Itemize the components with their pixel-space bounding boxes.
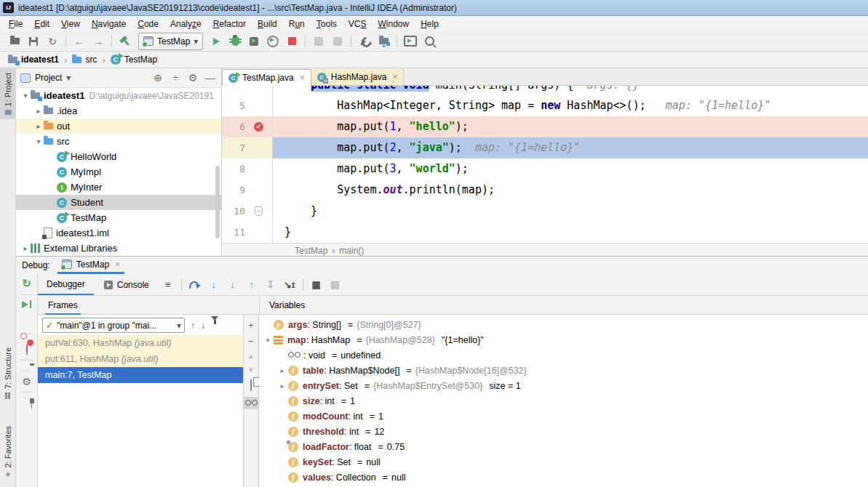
- tree-item-testmap[interactable]: CTestMap: [16, 210, 221, 225]
- frame-row-0[interactable]: putVal:630, HashMap (java.util): [38, 335, 243, 351]
- add-watch-button[interactable]: +: [248, 321, 254, 330]
- debug-session-tab[interactable]: TestMap ×: [57, 257, 124, 274]
- close-icon[interactable]: ×: [115, 259, 120, 270]
- hide-panel-button[interactable]: —: [204, 72, 217, 84]
- editor-gutter[interactable]: 11: [222, 222, 273, 243]
- locate-file-button[interactable]: ⊕: [151, 72, 164, 84]
- code-text[interactable]: HashMap<Integer, String> map = new HashM…: [273, 95, 868, 116]
- step-out-button[interactable]: ↑: [243, 276, 260, 294]
- editor-gutter[interactable]: 7: [222, 137, 273, 158]
- code-text[interactable]: System.out.println(map);: [273, 180, 868, 201]
- tree-item-ideatest1-iml[interactable]: ideatest1.iml: [16, 225, 221, 241]
- menu-run[interactable]: Run: [283, 17, 311, 31]
- menu-refactor[interactable]: Refactor: [207, 17, 252, 31]
- menu-tools[interactable]: Tools: [311, 17, 343, 31]
- project-panel-title[interactable]: Project: [35, 73, 62, 83]
- close-icon[interactable]: ×: [392, 72, 397, 82]
- breakpoint-icon[interactable]: ✓: [254, 122, 263, 132]
- variable-keyset[interactable]: fkeySet: Set=null: [259, 454, 868, 470]
- menu-file[interactable]: File: [3, 17, 28, 31]
- editor-gutter[interactable]: 10−: [222, 201, 273, 222]
- run-anything-button[interactable]: [402, 33, 419, 49]
- force-step-into-button[interactable]: ↓: [224, 276, 242, 294]
- editor-gutter[interactable]: 6✓: [222, 116, 273, 137]
- move-watch-down-button[interactable]: ▼: [248, 366, 255, 374]
- dump-threads-button[interactable]: [329, 33, 346, 49]
- resume-button[interactable]: [22, 300, 31, 308]
- frame-row-2[interactable]: main:7, TestMap: [38, 367, 243, 383]
- drop-frame-button[interactable]: ↧: [262, 276, 279, 294]
- remove-watch-button[interactable]: −: [248, 337, 254, 346]
- build-project-button[interactable]: [116, 33, 134, 49]
- menu-window[interactable]: Window: [372, 17, 415, 31]
- tree-item-ideatest1[interactable]: ▾ideatest1D:\atguigu\javaee\JavaSE20191: [16, 88, 221, 103]
- previous-frame-button[interactable]: ↑: [191, 321, 195, 331]
- tree-item-external-libraries[interactable]: ▸External Libraries: [16, 241, 221, 256]
- breadcrumb-ideatest1[interactable]: ideatest1: [6, 55, 61, 65]
- profile-button[interactable]: [264, 33, 282, 49]
- sidebar-item-favorites[interactable]: 2: Favorites ★: [0, 422, 16, 483]
- variable-return-value[interactable]: : void=undefined: [259, 347, 868, 363]
- menu-edit[interactable]: Edit: [28, 17, 55, 31]
- variables-header[interactable]: Variables: [260, 296, 305, 314]
- clipped-code-line[interactable]: public static void main(String[] args) {…: [222, 86, 868, 95]
- mute-breakpoints-button[interactable]: [26, 345, 28, 355]
- fold-marker-icon[interactable]: −: [255, 206, 263, 216]
- show-watches-button[interactable]: [243, 397, 259, 409]
- menu-help[interactable]: Help: [415, 17, 445, 31]
- step-over-button[interactable]: [186, 276, 204, 294]
- code-text[interactable]: }: [273, 201, 868, 222]
- hide-frames-filter-button[interactable]: [211, 321, 218, 331]
- trace-stream-button[interactable]: ▤: [327, 276, 344, 294]
- editor-gutter[interactable]: [222, 86, 273, 95]
- menu-code[interactable]: Code: [132, 17, 164, 31]
- debug-settings-button[interactable]: ⚙: [22, 377, 31, 387]
- frames-header[interactable]: Frames: [38, 296, 243, 314]
- breadcrumb-class[interactable]: TestMap: [295, 246, 327, 256]
- variable-table[interactable]: ▸ftable: HashMap$Node[]={HashMap$Node[16…: [259, 363, 868, 378]
- layout-menu-button[interactable]: ≡: [159, 276, 177, 294]
- code-text[interactable]: map.put(2, "java"); map: "{1=hello}": [273, 137, 868, 158]
- pause-button[interactable]: [25, 313, 28, 323]
- project-scrollbar[interactable]: [215, 166, 220, 238]
- variable-loadfactor[interactable]: floadFactor: float=0.75: [259, 439, 868, 454]
- tree-item-idea[interactable]: ▸.idea: [16, 103, 221, 118]
- save-all-button[interactable]: [25, 33, 42, 49]
- variable-args[interactable]: pargs: String[]={String[0]@527}: [259, 317, 868, 332]
- variable-entryset[interactable]: ▸fentrySet: Set={HashMap$EntrySet@530}si…: [259, 378, 868, 393]
- debug-button[interactable]: [226, 33, 244, 49]
- editor-gutter[interactable]: 9: [222, 180, 273, 201]
- step-into-button[interactable]: ↓: [205, 276, 223, 294]
- tree-item-helloworld[interactable]: CHelloWorld: [16, 149, 221, 164]
- code-editor[interactable]: public static void main(String[] args) {…: [222, 86, 868, 243]
- stop-button[interactable]: [283, 33, 300, 49]
- back-button[interactable]: ←: [71, 33, 88, 49]
- open-file-button[interactable]: [6, 33, 23, 49]
- tree-chevron-icon[interactable]: ▾: [20, 92, 31, 100]
- forward-button[interactable]: →: [89, 33, 107, 49]
- variable-size[interactable]: fsize: int=1: [259, 393, 868, 408]
- chevron-down-icon[interactable]: ▾: [66, 73, 71, 83]
- search-everywhere-button[interactable]: [421, 33, 438, 49]
- tab-hashmap-java[interactable]: C HashMap.java ×: [311, 69, 405, 85]
- code-text[interactable]: public static void main(String[] args) {…: [273, 86, 868, 95]
- variable-modcount[interactable]: fmodCount: int=1: [259, 408, 868, 424]
- evaluate-expression-button[interactable]: ▦: [308, 276, 325, 294]
- menu-navigate[interactable]: Navigate: [86, 17, 132, 31]
- tab-console[interactable]: Console: [95, 274, 158, 295]
- run-with-coverage-button[interactable]: [245, 33, 263, 49]
- tree-item-src[interactable]: ▾src: [16, 134, 221, 149]
- run-to-cursor-button[interactable]: ↘ɪ: [281, 276, 298, 294]
- duplicate-watch-button[interactable]: [250, 380, 252, 390]
- tree-chevron-icon[interactable]: ▸: [33, 107, 44, 115]
- frame-row-1[interactable]: put:611, HashMap (java.util): [38, 351, 243, 367]
- expand-chevron-icon[interactable]: ▾: [262, 337, 274, 344]
- breadcrumb-testmap[interactable]: CTestMap: [108, 55, 159, 65]
- variable-threshold[interactable]: fthreshold: int=12: [259, 424, 868, 439]
- expand-chevron-icon[interactable]: ▸: [276, 382, 288, 390]
- tree-chevron-icon[interactable]: ▾: [33, 137, 44, 145]
- sidebar-item-structure[interactable]: 7: Structure: [0, 343, 16, 403]
- breadcrumb-src[interactable]: src: [70, 55, 99, 65]
- code-text[interactable]: map.put(1, "hello");: [273, 116, 868, 137]
- tree-chevron-icon[interactable]: ▸: [33, 122, 44, 130]
